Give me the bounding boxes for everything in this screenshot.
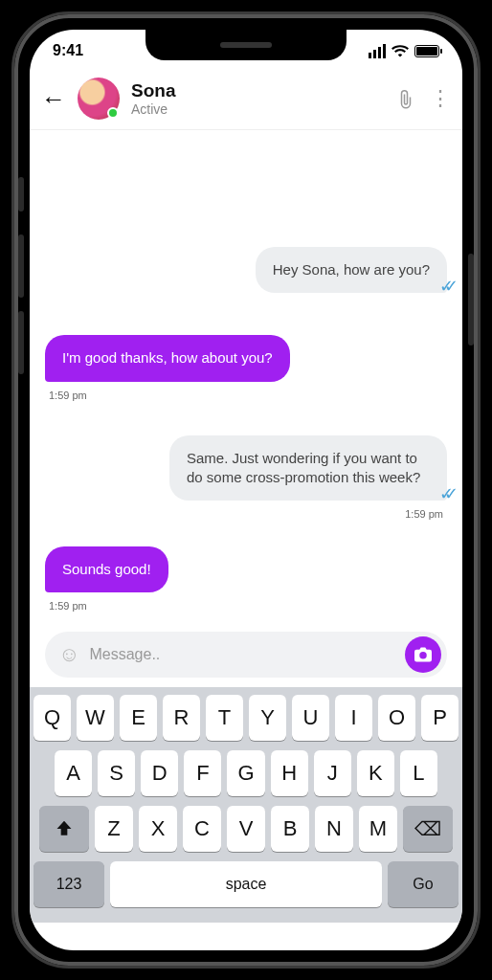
phone-frame: 9:41 ← Sona Active ⋮ — [11, 11, 481, 969]
attachment-icon[interactable] — [397, 88, 414, 109]
key-m[interactable]: M — [359, 806, 397, 852]
messages-list[interactable]: Hey Sona, how are you? ✓✓ I'm good thank… — [30, 130, 462, 632]
message-out: Same. Just wondering if you want to do s… — [45, 435, 447, 501]
avatar[interactable] — [78, 78, 120, 120]
wifi-icon — [391, 45, 409, 57]
space-key[interactable]: space — [110, 861, 382, 907]
key-v[interactable]: V — [227, 806, 265, 852]
key-c[interactable]: C — [183, 806, 221, 852]
keyboard-row-2: ASDFGHJKL — [34, 750, 458, 796]
keyboard-row-1: QWERTYUIOP — [34, 695, 458, 741]
numbers-key[interactable]: 123 — [34, 861, 104, 907]
chat-status: Active — [131, 101, 386, 117]
more-icon[interactable]: ⋮ — [430, 95, 451, 103]
message-bubble: I'm good thanks, how about you? — [45, 335, 290, 381]
message-time: 1:59 pm — [49, 600, 447, 612]
key-u[interactable]: U — [292, 695, 329, 741]
back-arrow-icon[interactable]: ← — [41, 84, 66, 114]
presence-dot-icon — [107, 107, 119, 119]
key-p[interactable]: P — [421, 695, 458, 741]
notch — [145, 30, 347, 60]
chat-header: ← Sona Active ⋮ — [30, 72, 462, 130]
keyboard-row-3: ZXCVBNM ⌫ — [34, 806, 458, 852]
key-j[interactable]: J — [314, 750, 351, 796]
chat-title: Sona — [131, 80, 386, 101]
read-ticks-icon: ✓✓ — [439, 483, 449, 504]
key-y[interactable]: Y — [249, 695, 286, 741]
key-h[interactable]: H — [271, 750, 308, 796]
screen: 9:41 ← Sona Active ⋮ — [30, 30, 462, 950]
key-n[interactable]: N — [315, 806, 353, 852]
key-t[interactable]: T — [206, 695, 243, 741]
cellular-icon — [369, 44, 386, 58]
go-key[interactable]: Go — [388, 861, 458, 907]
key-s[interactable]: S — [98, 750, 135, 796]
key-g[interactable]: G — [227, 750, 264, 796]
key-f[interactable]: F — [184, 750, 221, 796]
key-l[interactable]: L — [400, 750, 437, 796]
message-time: 1:59 pm — [49, 390, 447, 401]
key-i[interactable]: I — [335, 695, 372, 741]
status-time: 9:41 — [53, 42, 83, 59]
message-time: 1:59 pm — [49, 508, 443, 520]
key-x[interactable]: X — [139, 806, 177, 852]
battery-icon — [414, 45, 439, 57]
key-k[interactable]: K — [357, 750, 394, 796]
camera-icon — [414, 647, 432, 662]
key-b[interactable]: B — [271, 806, 309, 852]
message-composer[interactable]: ☺ Message.. — [45, 632, 447, 678]
key-r[interactable]: R — [163, 695, 200, 741]
key-a[interactable]: A — [55, 750, 92, 796]
emoji-icon[interactable]: ☺ — [58, 642, 79, 667]
message-in: I'm good thanks, how about you? — [45, 335, 447, 381]
message-bubble: Same. Just wondering if you want to do s… — [169, 435, 447, 501]
shift-key[interactable] — [39, 806, 89, 852]
key-e[interactable]: E — [120, 695, 157, 741]
key-z[interactable]: Z — [95, 806, 133, 852]
message-out: Hey Sona, how are you? ✓✓ — [45, 247, 447, 293]
message-in: Sounds good! — [45, 546, 447, 592]
message-bubble: Sounds good! — [45, 546, 168, 592]
camera-button[interactable] — [405, 636, 441, 673]
message-input[interactable]: Message.. — [89, 646, 395, 663]
keyboard-row-4: 123 space Go — [34, 861, 458, 907]
message-bubble: Hey Sona, how are you? — [256, 247, 447, 293]
keyboard: QWERTYUIOP ASDFGHJKL ZXCVBNM ⌫ 123 space… — [30, 687, 462, 923]
key-w[interactable]: W — [77, 695, 114, 741]
read-ticks-icon: ✓✓ — [439, 276, 449, 297]
key-q[interactable]: Q — [34, 695, 71, 741]
backspace-key[interactable]: ⌫ — [403, 806, 453, 852]
key-d[interactable]: D — [141, 750, 178, 796]
key-o[interactable]: O — [378, 695, 415, 741]
